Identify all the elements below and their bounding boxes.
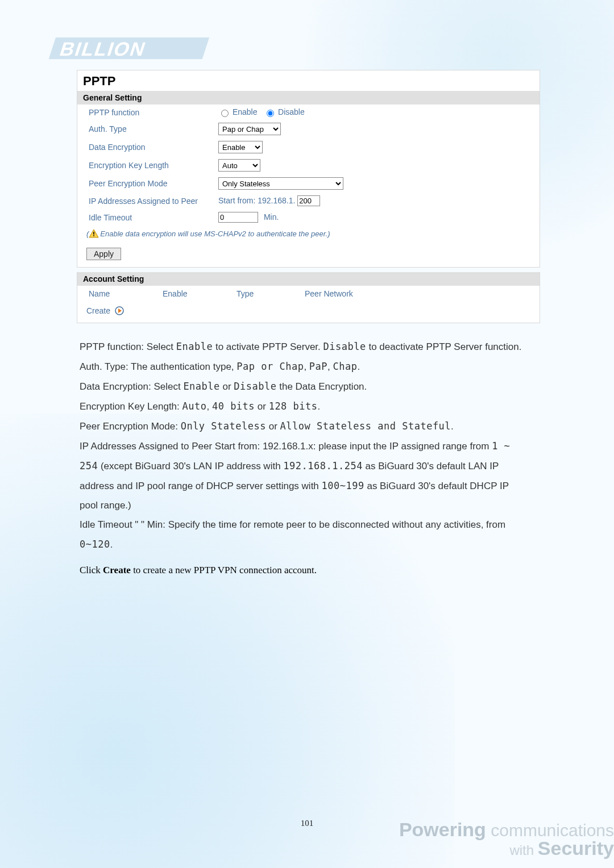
disable-label: Disable: [278, 107, 305, 116]
idle-timeout-label: Idle Timeout: [77, 209, 214, 226]
idle-timeout-unit: Min.: [264, 212, 279, 222]
pptp-disable-radio[interactable]: [267, 110, 274, 117]
brand-logo: BILLION: [40, 34, 614, 65]
ip-assigned-input[interactable]: [297, 195, 320, 206]
col-type: Type: [225, 286, 293, 302]
col-peer: Peer Network: [293, 286, 540, 302]
svg-marker-6: [118, 308, 122, 313]
peer-enc-mode-label: Peer Encryption Mode: [77, 174, 214, 193]
col-enable: Enable: [151, 286, 225, 302]
page-content: BILLION PPTP General Setting PPTP functi…: [0, 0, 614, 576]
arrow-right-icon: [115, 306, 124, 317]
apply-button[interactable]: Apply: [86, 248, 121, 260]
auth-type-select[interactable]: Pap or Chap: [218, 123, 281, 135]
peer-enc-mode-select[interactable]: Only Stateless: [218, 177, 343, 190]
svg-rect-3: [94, 232, 95, 235]
enc-key-length-select[interactable]: Auto: [218, 159, 260, 172]
pptp-function-label: PPTP function: [77, 105, 214, 120]
data-encryption-select[interactable]: Enable: [218, 141, 263, 153]
enc-key-length-label: Encryption Key Length: [77, 156, 214, 174]
footer-brand: Powering communications with Security: [318, 819, 614, 859]
auth-type-label: Auth. Type: [77, 120, 214, 138]
svg-rect-4: [94, 235, 95, 236]
panel-title: PPTP: [77, 70, 540, 91]
enable-label: Enable: [233, 107, 258, 116]
svg-text:BILLION: BILLION: [57, 38, 149, 60]
pptp-panel: PPTP General Setting PPTP function Enabl…: [77, 70, 540, 268]
encryption-warning: ( Enable data encryption will use MS-CHA…: [77, 226, 540, 243]
account-setting-header: Account Setting: [77, 272, 540, 286]
final-instruction: Click Create to create a new PPTP VPN co…: [80, 565, 526, 576]
general-setting-form: PPTP function Enable Disable Auth. Type …: [77, 105, 540, 226]
create-link[interactable]: Create: [86, 307, 110, 316]
pptp-enable-radio[interactable]: [221, 110, 229, 117]
warning-text: Enable data encryption will use MS-CHAPv…: [100, 229, 327, 238]
col-name: Name: [77, 286, 151, 302]
account-panel: Account Setting Name Enable Type Peer Ne…: [77, 272, 540, 323]
ip-assigned-prefix: Start from: 192.168.1.: [218, 196, 295, 205]
idle-timeout-input[interactable]: [218, 212, 258, 223]
warning-icon: [89, 229, 99, 240]
ip-assigned-label: IP Addresses Assigned to Peer: [77, 193, 214, 209]
general-setting-header: General Setting: [77, 91, 540, 105]
data-encryption-label: Data Encryption: [77, 138, 214, 156]
description-text: PPTP function: Select Enable to activate…: [80, 337, 526, 554]
account-table: Name Enable Type Peer Network: [77, 286, 540, 302]
